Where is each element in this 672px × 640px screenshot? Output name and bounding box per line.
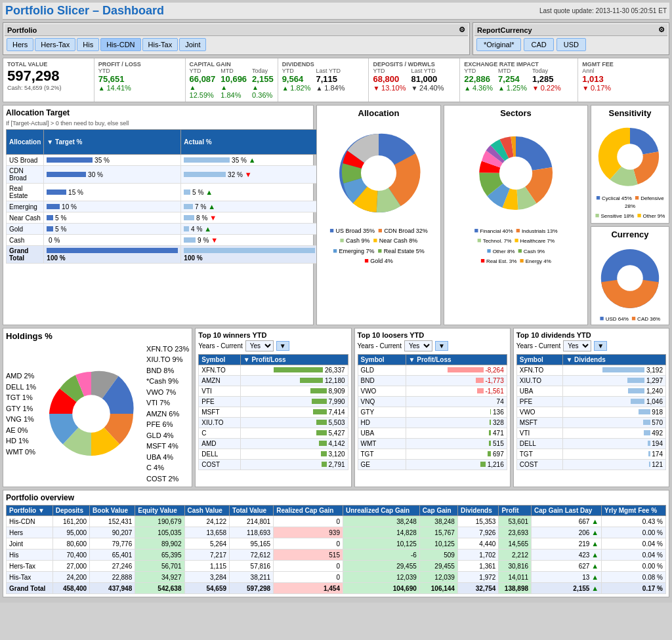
ov-cap-last: 206 ▲ <box>532 527 602 538</box>
losers-col-symbol: Symbol <box>358 354 406 365</box>
winners-col-symbol: Symbol <box>199 354 240 365</box>
tab-usd[interactable]: USD <box>556 38 586 51</box>
ov-equity: 89,902 <box>135 538 184 550</box>
allocation-chart-title: Allocation <box>320 108 438 118</box>
currency-filter-icon[interactable]: ⚙ <box>658 26 665 34</box>
ov-cash: 3,284 <box>184 572 230 583</box>
winners-filter-select[interactable]: YesNo <box>245 340 274 351</box>
tab-cad[interactable]: CAD <box>524 38 553 51</box>
losers-filter-btn[interactable]: ▼ <box>435 341 448 351</box>
dividends-filter-select[interactable]: YesNo <box>563 340 591 351</box>
ov-col-cap-last: Cap Gain Last Day <box>532 506 602 516</box>
winner-symbol: MSFT <box>199 407 240 417</box>
ov-div: 7,926 <box>457 527 498 538</box>
alloc-row-name: Gold <box>7 224 44 235</box>
mgmt-annl-value: 1,013 <box>582 74 665 84</box>
dividends-filter-row: Years - Current YesNo ▼ <box>516 340 666 351</box>
tab-his-cdn[interactable]: His-CDN <box>100 38 140 51</box>
ov-cap-last: 667 ▲ <box>532 516 602 527</box>
dividend-value: 492 <box>563 428 666 438</box>
ov-deposits: 70,400 <box>52 550 89 561</box>
alloc-row-target: 0 % <box>44 235 181 246</box>
ov-unreal-cap: 38,248 <box>343 516 419 527</box>
ov-cash: 1,115 <box>184 561 230 572</box>
tab-his[interactable]: His <box>77 38 99 51</box>
sensitivity-pie <box>594 121 666 193</box>
portfolio-selector-label: Portfolio ⚙ <box>5 24 468 36</box>
alloc-col-target: ▼ Target % <box>44 130 181 155</box>
profit-ytd-pct: ▲ 14.41% <box>98 84 181 92</box>
ov-book: 79,776 <box>90 538 135 550</box>
ov-profit: 53,601 <box>499 516 532 527</box>
ov-total: 214,801 <box>230 516 274 527</box>
winners-filter-row: Years - Current YesNo ▼ <box>198 340 348 351</box>
losers-table: Symbol ▼ Profit/Loss GLD -8,264 BND -1,7… <box>358 354 507 470</box>
svg-point-3 <box>617 144 643 170</box>
portfolio-filter-icon[interactable]: ⚙ <box>459 26 465 34</box>
dividend-symbol: COST <box>516 459 563 470</box>
loser-symbol: VWO <box>358 386 406 396</box>
ov-fee: 0.04 % <box>602 550 666 561</box>
dividend-symbol: TGT <box>516 449 563 459</box>
report-currency-label: ReportCurrency ⚙ <box>474 24 667 36</box>
ov-unreal-cap: 104,690 <box>343 583 419 594</box>
top-winners-section: Top 10 winners YTD Years - Current YesNo… <box>195 328 351 488</box>
holdings-section: Holdings % AMD 2%DELL 1%TGT 1%GTY 1% VNG… <box>3 328 192 488</box>
dividend-value: 121 <box>563 459 666 470</box>
ov-book: 27,246 <box>90 561 135 572</box>
winners-filter-label: Years - Current <box>198 342 242 350</box>
ov-total: 597,298 <box>230 583 274 594</box>
tab-hers[interactable]: Hers <box>7 38 33 51</box>
allocation-section: Allocation Target If [Target-Actual] > 0… <box>3 105 314 325</box>
winner-value: 5,503 <box>240 417 348 428</box>
tab-hers-tax[interactable]: Hers-Tax <box>35 38 75 51</box>
ov-col-profit: Profit <box>499 506 532 516</box>
ov-col-cap: Cap Gain <box>419 506 457 516</box>
ov-fee: 0.08 % <box>602 572 666 583</box>
dividend-symbol: VWO <box>516 407 563 417</box>
right-charts: Sensitivity ■ Cyclical 45% ■ Defensive 2… <box>591 105 669 325</box>
ov-fee: 0.00 % <box>602 527 666 538</box>
holdings-legend-left: AMD 2%DELL 1%TGT 1%GTY 1% VNG 1%AE 0%HD … <box>6 370 36 457</box>
ov-fee: 0.00 % <box>602 561 666 572</box>
header: Portfolio Slicer – Dashboard Last quote … <box>3 3 669 20</box>
tab-his-tax[interactable]: His-Tax <box>142 38 178 51</box>
ov-real-cap: 0 <box>274 516 343 527</box>
ov-deposits: 458,400 <box>52 583 89 594</box>
alloc-col-name: Allocation <box>7 130 44 155</box>
ov-cap: 38,248 <box>419 516 457 527</box>
ov-cap: 29,455 <box>419 561 457 572</box>
dividends-filter-btn[interactable]: ▼ <box>594 341 607 351</box>
loser-value: -1,561 <box>406 386 507 396</box>
tab-original[interactable]: *Original* <box>476 38 521 51</box>
loser-value: -1,773 <box>406 375 507 386</box>
svg-point-2 <box>499 157 532 190</box>
ov-div: 1,972 <box>457 572 498 583</box>
losers-col-profit: ▼ Profit/Loss <box>406 354 507 365</box>
ov-real-cap: 515 <box>274 550 343 561</box>
alloc-row-actual: 8 % ▼ <box>181 212 318 224</box>
ov-col-book: Book Value <box>90 506 135 516</box>
winners-filter-btn[interactable]: ▼ <box>276 341 289 351</box>
loser-symbol: GLD <box>358 365 406 375</box>
ov-cash: 54,659 <box>184 583 230 594</box>
ov-portfolio-name: Joint <box>7 538 53 550</box>
alloc-row-target: 100 % <box>44 246 181 264</box>
ov-book: 437,948 <box>90 583 135 594</box>
ov-equity: 65,395 <box>135 550 184 561</box>
ov-col-cash: Cash Value <box>184 506 230 516</box>
losers-filter-select[interactable]: YesNo <box>404 340 432 351</box>
losers-filter-label: Years - Current <box>358 342 402 350</box>
ov-cap-last: 219 ▲ <box>532 538 602 550</box>
ov-profit: 23,693 <box>499 527 532 538</box>
ov-deposits: 161,200 <box>52 516 89 527</box>
ov-div: 4,440 <box>457 538 498 550</box>
winner-symbol: PFE <box>199 396 240 407</box>
tab-joint[interactable]: Joint <box>179 38 206 51</box>
alloc-row-name: Near Cash <box>7 212 44 224</box>
ov-col-equity: Equity Value <box>135 506 184 516</box>
ov-cap-last: 423 ▲ <box>532 550 602 561</box>
loser-value: 328 <box>406 417 507 428</box>
loser-symbol: TGT <box>358 449 406 459</box>
profit-ytd-label: YTD <box>98 68 181 74</box>
